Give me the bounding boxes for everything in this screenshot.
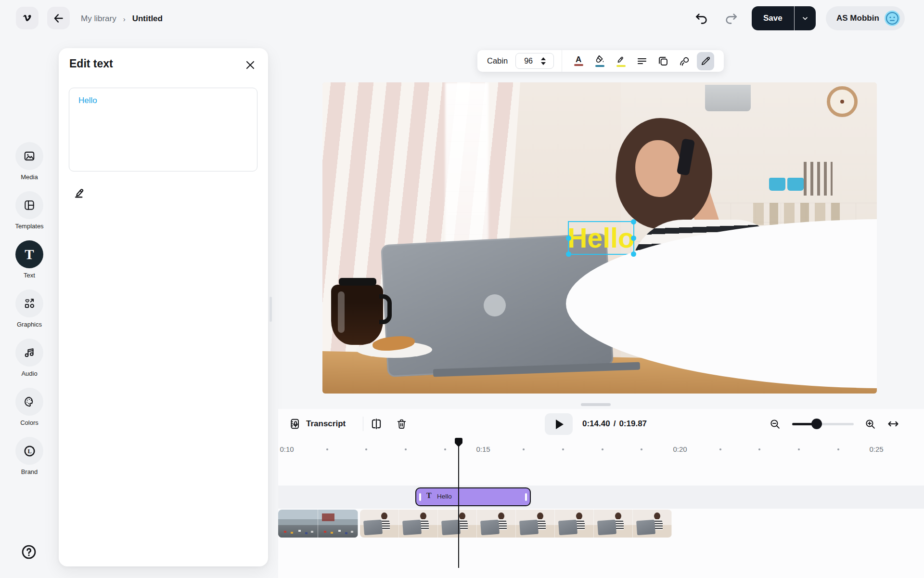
- top-bar: My library › Untitled Save AS Mobbin: [0, 0, 924, 38]
- transcript-button[interactable]: Transcript: [289, 413, 346, 435]
- fit-timeline-button[interactable]: [885, 415, 902, 433]
- sidebar-label-brand: Brand: [21, 468, 38, 475]
- redo-button[interactable]: [724, 12, 738, 26]
- scene-utensils: [804, 162, 833, 196]
- edit-text-button[interactable]: [697, 52, 714, 70]
- scene-blue-mug: [769, 178, 785, 191]
- clip-trim-handle-left[interactable]: [419, 493, 421, 501]
- sidebar-item-audio[interactable]: Audio: [0, 339, 59, 377]
- animate-button[interactable]: [676, 52, 693, 70]
- breadcrumb-library-link[interactable]: My library: [81, 14, 116, 24]
- video-editor-app: My library › Untitled Save AS Mobbin: [0, 0, 924, 578]
- timeline-controls: Transcript 0:14.40 / 0:19.87: [278, 413, 924, 435]
- text-overlay[interactable]: Hello: [567, 224, 634, 252]
- fill-color-button[interactable]: [591, 52, 608, 70]
- scene-laptop-logo: [484, 294, 506, 316]
- playhead-handle[interactable]: [455, 438, 462, 443]
- sidebar-label-text: Text: [24, 272, 35, 279]
- sidebar-item-brand[interactable]: L Brand: [0, 437, 59, 475]
- time-separator: /: [614, 419, 616, 429]
- text-format-toolbar: Cabin A: [477, 50, 724, 72]
- text-clip-type-icon: T: [426, 491, 432, 500]
- text-color-button[interactable]: A: [570, 52, 587, 70]
- scene-blue-mug: [787, 178, 804, 191]
- breadcrumb: My library › Untitled: [81, 0, 163, 38]
- video-clip-traffic[interactable]: [278, 510, 358, 538]
- zoom-in-icon: [864, 418, 876, 430]
- clip-trim-handle-right[interactable]: [525, 493, 527, 501]
- text-clip-hello[interactable]: T Hello: [415, 487, 531, 506]
- font-family-selector[interactable]: Cabin: [487, 56, 508, 66]
- font-size-box: [515, 53, 554, 69]
- timeline-ruler[interactable]: 0:10 0:15 0:20 0:25: [278, 445, 924, 456]
- panel-resize-handle[interactable]: [270, 297, 272, 322]
- resize-handle-bottom-left[interactable]: [566, 251, 571, 257]
- text-color-swatch: [574, 64, 583, 66]
- size-increase-button[interactable]: [541, 57, 546, 60]
- text-align-button[interactable]: [633, 52, 651, 70]
- sidebar-item-text[interactable]: T Text: [0, 240, 59, 279]
- timeline-zoom-slider[interactable]: [792, 423, 854, 425]
- size-decrease-button[interactable]: [541, 62, 546, 65]
- current-time: 0:14.40: [582, 419, 610, 429]
- save-options-button[interactable]: [795, 6, 816, 30]
- sidebar-label-templates: Templates: [15, 223, 43, 230]
- delete-clip-button[interactable]: [393, 415, 410, 433]
- zoom-out-button[interactable]: [766, 415, 783, 433]
- zoom-out-icon: [769, 418, 781, 430]
- undo-button[interactable]: [694, 12, 709, 26]
- brand-seal-icon: L: [23, 445, 36, 458]
- resize-handle-bottom-right[interactable]: [631, 251, 636, 257]
- timeline-section: Transcript 0:14.40 / 0:19.87: [278, 409, 924, 578]
- graphics-icon: [23, 297, 36, 310]
- sidebar-item-templates[interactable]: Templates: [0, 191, 59, 230]
- sidebar-label-colors: Colors: [20, 419, 38, 426]
- video-preview-canvas[interactable]: Hello: [322, 82, 877, 394]
- help-button[interactable]: [19, 542, 38, 562]
- font-size-input[interactable]: [518, 57, 539, 66]
- text-overlay-selection[interactable]: Hello: [568, 221, 634, 255]
- colors-palette-icon: [23, 395, 36, 408]
- chevron-down-icon: [801, 14, 809, 22]
- split-clip-button[interactable]: [368, 415, 385, 433]
- stage-resize-handle[interactable]: [581, 403, 611, 406]
- text-clip-label: Hello: [437, 493, 452, 500]
- user-name: AS Mobbin: [836, 13, 879, 23]
- zoom-in-button[interactable]: [861, 415, 879, 433]
- ruler-label: 0:20: [673, 445, 687, 453]
- text-track: T Hello: [278, 486, 924, 509]
- time-display: 0:14.40 / 0:19.87: [582, 413, 647, 435]
- resize-handle-top-right[interactable]: [631, 219, 636, 224]
- breadcrumb-current-title: Untitled: [132, 14, 163, 24]
- edit-text-panel: Edit text Hello: [59, 48, 268, 566]
- audio-icon: [23, 346, 36, 359]
- copy-style-button[interactable]: [654, 52, 672, 70]
- resize-handle-mid-right[interactable]: [631, 236, 636, 241]
- highlight-color-button[interactable]: [612, 52, 629, 70]
- pencil-icon: [700, 55, 711, 66]
- close-panel-button[interactable]: [244, 59, 257, 71]
- slider-knob[interactable]: [811, 419, 822, 429]
- resize-handle-mid-left[interactable]: [566, 236, 571, 241]
- help-icon: [20, 543, 38, 561]
- sidebar-item-colors[interactable]: Colors: [0, 388, 59, 426]
- scene-coffee-carafe: [331, 285, 383, 345]
- avatar: [884, 10, 900, 26]
- play-button[interactable]: [545, 413, 573, 435]
- sidebar-item-graphics[interactable]: Graphics: [0, 289, 59, 328]
- close-icon: [244, 59, 257, 71]
- panel-title: Edit text: [69, 57, 113, 70]
- ruler-label: 0:25: [869, 445, 883, 453]
- overlapping-squares-icon: [657, 55, 669, 67]
- highlight-style-button[interactable]: [71, 184, 89, 201]
- sidebar-item-media[interactable]: Media: [0, 142, 59, 181]
- account-menu-button[interactable]: AS Mobbin: [826, 6, 905, 30]
- align-left-icon: [636, 55, 648, 67]
- templates-icon: [23, 199, 36, 211]
- playhead-line: [458, 447, 459, 568]
- text-content-input[interactable]: Hello: [69, 88, 257, 171]
- sidebar-label-graphics: Graphics: [17, 321, 42, 328]
- save-button[interactable]: Save: [752, 6, 794, 30]
- scene-wall-clock: [827, 86, 858, 117]
- video-clip-woman[interactable]: [360, 510, 672, 538]
